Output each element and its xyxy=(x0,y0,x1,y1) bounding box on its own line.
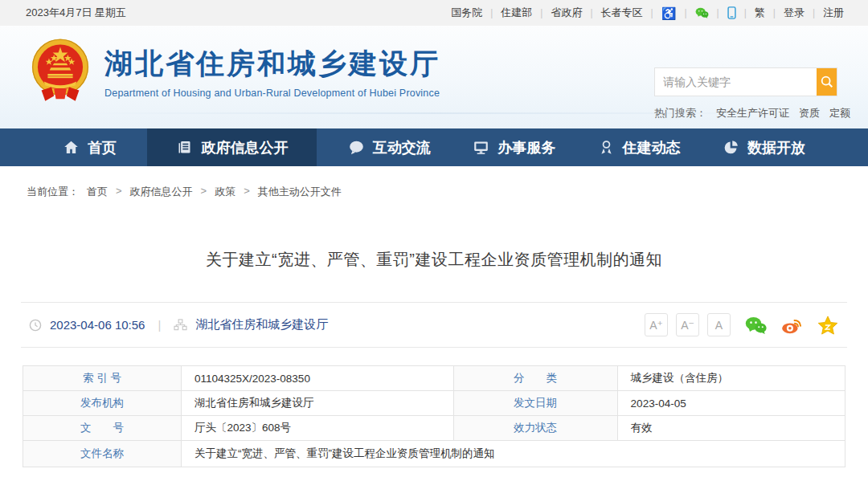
doc-number-value: 厅头〔2023〕608号 xyxy=(182,416,454,441)
issue-date-label: 发文日期 xyxy=(453,391,617,416)
nav-label: 办事服务 xyxy=(497,138,555,157)
breadcrumb-label: 当前位置： xyxy=(27,185,79,199)
breadcrumb-item-gov-info[interactable]: 政府信息公开 xyxy=(130,185,193,199)
nav-item-services[interactable]: 办事服务 xyxy=(461,128,567,166)
main-nav: 首页 政府信息公开 互动交流 xyxy=(0,128,868,166)
nav-label: 数据开放 xyxy=(747,138,805,157)
divider: | xyxy=(717,7,719,18)
nav-item-news[interactable]: 住建动态 xyxy=(587,128,692,166)
site-subtitle: Department of Housing and Urban-Rural De… xyxy=(104,88,440,99)
chevron-separator: > xyxy=(116,185,122,199)
category-label: 分 类 xyxy=(453,366,617,391)
hot-search-row: 热门搜索： 安全生产许可证 资质 定额 xyxy=(654,106,837,120)
login-link[interactable]: 登录 xyxy=(784,6,805,20)
index-number-label: 索 引 号 xyxy=(23,366,182,391)
validity-status-value: 有效 xyxy=(617,416,845,441)
brand-text: 湖北省住房和城乡建设厅 Department of Housing and Ur… xyxy=(104,45,440,99)
chevron-separator: > xyxy=(201,185,207,199)
table-row: 文件名称 关于建立“宽进、严管、重罚”建设工程企业资质管理机制的通知 xyxy=(23,441,845,467)
document-icon xyxy=(176,139,193,156)
divider: | xyxy=(773,7,776,18)
share-wechat-icon[interactable] xyxy=(745,316,767,335)
sitemap-icon xyxy=(174,319,187,331)
article-source: 湖北省住房和城乡建设厅 xyxy=(195,317,328,332)
issuing-agency-label: 发布机构 xyxy=(23,391,182,416)
article-meta-left: 2023-04-06 10:56 | 湖北省住房和城乡建设厅 xyxy=(29,317,328,332)
divider: | xyxy=(684,7,686,18)
font-increase-button[interactable]: A⁺ xyxy=(645,313,668,336)
clock-icon xyxy=(29,319,42,332)
site-header: 湖北省住房和城乡建设厅 Department of Housing and Ur… xyxy=(0,26,868,128)
person-badge-icon xyxy=(598,139,615,156)
publish-time: 2023-04-06 10:56 xyxy=(50,318,145,332)
register-link[interactable]: 注册 xyxy=(823,6,844,20)
monitor-icon xyxy=(473,139,489,156)
favorite-star-icon[interactable] xyxy=(817,316,839,335)
divider: | xyxy=(158,318,161,332)
table-row: 索 引 号 01104325X/2023-08350 分 类 城乡建设（含住房） xyxy=(23,366,845,391)
breadcrumb-item-other-docs[interactable]: 其他主动公开文件 xyxy=(258,185,342,199)
validity-status-label: 效力状态 xyxy=(453,416,617,441)
document-info-table: 索 引 号 01104325X/2023-08350 分 类 城乡建设（含住房）… xyxy=(23,365,845,467)
category-value: 城乡建设（含住房） xyxy=(617,366,845,391)
topbar-link-senior-zone[interactable]: 长者专区 xyxy=(601,6,643,20)
divider: | xyxy=(540,7,542,18)
nav-item-gov-info[interactable]: 政府信息公开 xyxy=(147,128,317,166)
accessibility-icon[interactable]: ♿ xyxy=(661,7,677,19)
doc-number-label: 文 号 xyxy=(23,416,182,441)
breadcrumb-item-home[interactable]: 首页 xyxy=(87,185,108,199)
hot-search-link-quota[interactable]: 定额 xyxy=(829,106,850,120)
nav-item-home[interactable]: 首页 xyxy=(51,128,128,166)
nav-item-interaction[interactable]: 互动交流 xyxy=(337,128,442,166)
table-row: 发布机构 湖北省住房和城乡建设厅 发文日期 2023-04-05 xyxy=(23,391,845,416)
topbar-date: 2023年4月7日 星期五 xyxy=(26,6,126,20)
font-reset-button[interactable]: A xyxy=(707,313,731,336)
pie-chart-icon xyxy=(723,139,739,156)
file-name-value: 关于建立“宽进、严管、重罚”建设工程企业资质管理机制的通知 xyxy=(182,441,845,467)
wechat-icon[interactable] xyxy=(695,7,709,18)
article-meta-row: 2023-04-06 10:56 | 湖北省住房和城乡建设厅 A⁺ A⁻ A xyxy=(21,302,847,348)
home-icon xyxy=(63,139,80,156)
nav-item-open-data[interactable]: 数据开放 xyxy=(711,128,817,166)
nav-label: 首页 xyxy=(88,138,117,157)
site-brand: 湖北省住房和城乡建设厅 Department of Housing and Ur… xyxy=(29,37,440,106)
topbar-links: 国务院 | 住建部 | 省政府 | 长者专区 | ♿ | | | xyxy=(451,6,844,20)
divider: | xyxy=(744,7,747,18)
article-title: 关于建立“宽进、严管、重罚”建设工程企业资质管理机制的通知 xyxy=(0,249,868,271)
index-number-value: 01104325X/2023-08350 xyxy=(182,366,454,391)
font-decrease-button[interactable]: A⁻ xyxy=(676,313,699,336)
nav-label: 互动交流 xyxy=(373,138,431,157)
chevron-separator: > xyxy=(244,185,250,199)
search-box xyxy=(654,67,837,96)
breadcrumb: 当前位置： 首页 > 政府信息公开 > 政策 > 其他主动公开文件 xyxy=(0,166,868,199)
topbar-link-state-council[interactable]: 国务院 xyxy=(451,6,482,20)
nav-label: 住建动态 xyxy=(623,138,681,157)
file-name-label: 文件名称 xyxy=(23,441,182,467)
divider: | xyxy=(813,7,815,18)
divider: | xyxy=(490,7,493,18)
search-icon xyxy=(820,75,834,89)
search-area: 热门搜索： 安全生产许可证 资质 定额 xyxy=(654,67,837,120)
divider: | xyxy=(590,7,592,18)
traditional-chinese-toggle[interactable]: 繁 xyxy=(755,6,765,20)
table-row: 文 号 厅头〔2023〕608号 效力状态 有效 xyxy=(23,416,845,441)
hot-search-link-qualification[interactable]: 资质 xyxy=(799,106,820,120)
search-button[interactable] xyxy=(817,68,837,96)
topbar-link-provincial-gov[interactable]: 省政府 xyxy=(551,6,582,20)
hot-search-label: 热门搜索： xyxy=(654,106,706,120)
topbar: 2023年4月7日 星期五 国务院 | 住建部 | 省政府 | 长者专区 | ♿… xyxy=(0,0,868,26)
search-input[interactable] xyxy=(655,68,817,96)
nav-label: 政府信息公开 xyxy=(201,138,288,157)
article-meta-tools: A⁺ A⁻ A xyxy=(645,313,839,336)
share-weibo-icon[interactable] xyxy=(781,316,803,335)
issue-date-value: 2023-04-05 xyxy=(617,391,845,416)
breadcrumb-item-policy[interactable]: 政策 xyxy=(215,185,235,199)
divider: | xyxy=(651,7,653,18)
mobile-phone-icon[interactable] xyxy=(727,6,736,19)
topbar-link-mohurd[interactable]: 住建部 xyxy=(501,6,532,20)
hot-search-link-safety-license[interactable]: 安全生产许可证 xyxy=(716,106,789,120)
chat-bubble-icon xyxy=(348,139,365,156)
issuing-agency-value: 湖北省住房和城乡建设厅 xyxy=(182,391,454,416)
national-emblem-logo xyxy=(29,37,92,106)
site-title: 湖北省住房和城乡建设厅 xyxy=(104,45,440,83)
